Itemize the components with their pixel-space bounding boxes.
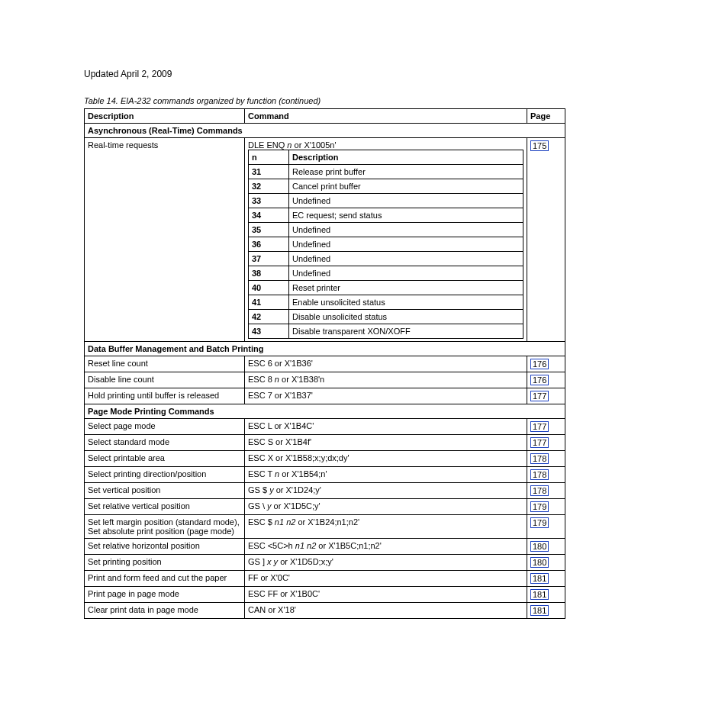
cell-page: 179: [527, 515, 565, 539]
cell-cmd: ESC X or X'1B58;x;y;dx;dy': [245, 451, 527, 467]
page-link[interactable]: 178: [530, 469, 549, 480]
cell-page: 178: [527, 483, 565, 499]
cell-page: 177: [527, 419, 565, 435]
page-link[interactable]: 176: [530, 375, 549, 385]
cell-desc: Hold printing until buffer is released: [85, 388, 245, 404]
cell-page: 178: [527, 467, 565, 483]
page-link[interactable]: 179: [530, 501, 549, 512]
page-link[interactable]: 177: [530, 421, 549, 432]
table-row: Print and form feed and cut the paperFF …: [85, 571, 565, 587]
rt-n: 43: [249, 324, 289, 339]
page-link[interactable]: 180: [530, 541, 549, 552]
realtime-page: 175: [527, 138, 565, 342]
cell-page: 180: [527, 555, 565, 571]
cell-page: 177: [527, 435, 565, 451]
cell-desc: Print page in page mode: [85, 587, 245, 603]
rt-n: 33: [249, 194, 289, 208]
realtime-cmd: DLE ENQ n or X'1005n' n Description 31Re…: [245, 138, 527, 342]
table-row: Select printing direction/positionESC T …: [85, 467, 565, 483]
rt-d: Release print buffer: [289, 165, 523, 179]
table-row: Set relative horizontal positionESC <5C>…: [85, 539, 565, 555]
page-link[interactable]: 177: [530, 391, 549, 401]
table-header-row: Description Command Page: [85, 109, 565, 124]
cell-desc: Set vertical position: [85, 483, 245, 499]
th-command: Command: [245, 109, 527, 124]
rt-d: EC request; send status: [289, 208, 523, 223]
cell-cmd: ESC <5C>h n1 n2 or X'1B5C;n1;n2': [245, 539, 527, 555]
table-row: Set relative vertical positionGS \ y or …: [85, 499, 565, 515]
cell-page: 179: [527, 499, 565, 515]
commands-table: Description Command Page Asynchronous (R…: [84, 108, 565, 619]
cell-cmd: FF or X'0C': [245, 571, 527, 587]
cell-cmd: GS \ y or X'1D5C;y': [245, 499, 527, 515]
page-link[interactable]: 181: [530, 589, 549, 600]
rt-d-head: Description: [289, 150, 523, 165]
th-description: Description: [85, 109, 245, 124]
rt-n: 40: [249, 281, 289, 295]
table-row: Select page modeESC L or X'1B4C'177: [85, 419, 565, 435]
rt-n-head: n: [249, 150, 289, 165]
table-row: Set printing positionGS ] x y or X'1D5D;…: [85, 555, 565, 571]
section-async-label: Asynchronous (Real-Time) Commands: [85, 124, 565, 138]
page-link[interactable]: 181: [530, 573, 549, 584]
page-link[interactable]: 178: [530, 485, 549, 496]
rt-n: 41: [249, 295, 289, 310]
cell-cmd: GS ] x y or X'1D5D;x;y': [245, 555, 527, 571]
cell-desc: Set relative horizontal position: [85, 539, 245, 555]
page-link[interactable]: 178: [530, 453, 549, 464]
section-pagemode: Page Mode Printing Commands: [85, 404, 565, 419]
section-pagemode-label: Page Mode Printing Commands: [85, 404, 565, 419]
cell-page: 176: [527, 356, 565, 372]
rt-n: 35: [249, 223, 289, 237]
table-row: Select standard modeESC S or X'1B4f'177: [85, 435, 565, 451]
cell-cmd: GS $ y or X'1D24;y': [245, 483, 527, 499]
cell-desc: Print and form feed and cut the paper: [85, 571, 245, 587]
rt-d: Undefined: [289, 266, 523, 281]
section-async: Asynchronous (Real-Time) Commands: [85, 124, 565, 138]
realtime-row: Real-time requests DLE ENQ n or X'1005n'…: [85, 138, 565, 342]
rt-d: Disable transparent XON/XOFF: [289, 324, 523, 339]
cell-page: 177: [527, 388, 565, 404]
cell-desc: Select standard mode: [85, 435, 245, 451]
rt-d: Undefined: [289, 237, 523, 252]
table-row: Set left margin position (standard mode)…: [85, 515, 565, 539]
cell-desc: Clear print data in page mode: [85, 603, 245, 619]
page-link[interactable]: 175: [530, 140, 549, 151]
cell-page: 176: [527, 372, 565, 388]
cell-cmd: ESC FF or X'1B0C': [245, 587, 527, 603]
realtime-desc: Real-time requests: [85, 138, 245, 342]
rt-d: Cancel print buffer: [289, 179, 523, 194]
page-link[interactable]: 180: [530, 557, 549, 568]
rt-n: 34: [249, 208, 289, 223]
cell-desc: Set relative vertical position: [85, 499, 245, 515]
rt-d: Undefined: [289, 223, 523, 237]
page-link[interactable]: 176: [530, 359, 549, 369]
cell-page: 178: [527, 451, 565, 467]
rt-d: Enable unsolicited status: [289, 295, 523, 310]
page-link[interactable]: 181: [530, 605, 549, 616]
realtime-nested: n Description 31Release print buffer 32C…: [248, 150, 523, 339]
table-caption: Table 14. EIA-232 commands organized by …: [84, 96, 644, 105]
table-row: Disable line countESC 8 n or X'1B38'n176: [85, 372, 565, 388]
table-row: Clear print data in page modeCAN or X'18…: [85, 603, 565, 619]
th-page: Page: [527, 109, 565, 124]
cell-desc: Set left margin position (standard mode)…: [85, 515, 245, 539]
updated-date: Updated April 2, 2009: [84, 69, 644, 79]
rt-n: 36: [249, 237, 289, 252]
cell-desc: Select printable area: [85, 451, 245, 467]
page-link[interactable]: 179: [530, 517, 549, 528]
cell-desc: Disable line count: [85, 372, 245, 388]
rt-n: 31: [249, 165, 289, 179]
rt-suffix: or X'1005n': [292, 140, 336, 150]
rt-d: Reset printer: [289, 281, 523, 295]
rt-n: 37: [249, 252, 289, 266]
cell-cmd: ESC 8 n or X'1B38'n: [245, 372, 527, 388]
rt-n: 32: [249, 179, 289, 194]
page-link[interactable]: 177: [530, 437, 549, 448]
rt-d: Disable unsolicited status: [289, 310, 523, 324]
section-buffer: Data Buffer Management and Batch Printin…: [85, 342, 565, 356]
cell-desc: Select printing direction/position: [85, 467, 245, 483]
cell-page: 181: [527, 603, 565, 619]
table-row: Set vertical positionGS $ y or X'1D24;y'…: [85, 483, 565, 499]
cell-cmd: ESC T n or X'1B54;n': [245, 467, 527, 483]
